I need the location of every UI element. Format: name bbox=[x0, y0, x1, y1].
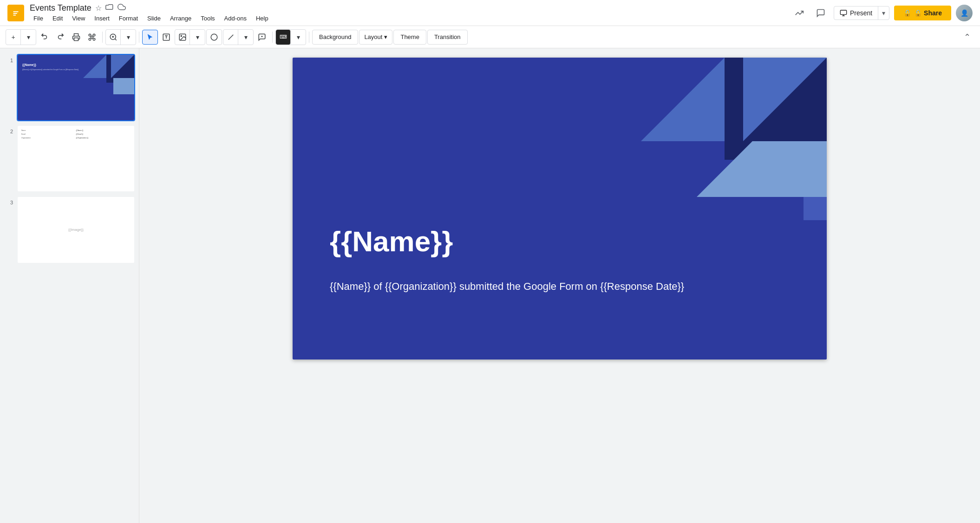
image-group: ▾ bbox=[175, 29, 205, 45]
layout-button[interactable]: Layout ▾ bbox=[359, 30, 392, 45]
slide2-thumb-value-name: {{ Name }} bbox=[76, 130, 131, 131]
slide2-thumb-value-email: {{ Email }} bbox=[76, 133, 131, 135]
svg-point-16 bbox=[181, 35, 182, 36]
divider-4 bbox=[309, 32, 309, 43]
line-dropdown[interactable]: ▾ bbox=[238, 30, 253, 45]
geo-medium-rect bbox=[804, 197, 827, 220]
zoom-button[interactable] bbox=[106, 30, 121, 45]
svg-point-17 bbox=[211, 34, 217, 40]
app-logo bbox=[7, 5, 24, 21]
slide2-thumb-value-org: {{ Organization }} bbox=[76, 137, 131, 139]
add-button-group: + ▾ bbox=[6, 29, 36, 45]
svg-line-18 bbox=[228, 34, 233, 39]
shape-button[interactable] bbox=[207, 30, 222, 45]
image-dropdown[interactable]: ▾ bbox=[190, 30, 205, 45]
slide-canvas[interactable]: {{Name}} {{Name}} of {{Organization}} su… bbox=[293, 58, 827, 360]
star-icon[interactable]: ☆ bbox=[95, 4, 102, 13]
present-dropdown-arrow[interactable]: ▾ bbox=[878, 7, 889, 20]
doc-title-area: Events Template ☆ File Edit View Insert … bbox=[30, 3, 785, 23]
slide-main-title[interactable]: {{Name}} bbox=[330, 225, 453, 258]
zoom-dropdown[interactable]: ▾ bbox=[121, 30, 136, 45]
slides-panel: 1 {{Name}} {{Name}} of {{Organization}} … bbox=[0, 48, 139, 523]
divider-2 bbox=[139, 32, 139, 43]
divider-1 bbox=[102, 32, 103, 43]
add-slide-dropdown[interactable]: ▾ bbox=[21, 30, 36, 45]
slide-main-subtitle[interactable]: {{Name}} of {{Organization}} submitted t… bbox=[330, 281, 684, 293]
toolbar-collapse-button[interactable]: ⌃ bbox=[960, 30, 974, 45]
background-button[interactable]: Background bbox=[312, 30, 358, 45]
menu-file[interactable]: File bbox=[30, 14, 47, 23]
slide-number-2: 2 bbox=[4, 125, 13, 134]
svg-rect-1 bbox=[13, 11, 19, 12]
menu-bar: File Edit View Insert Format Slide Arran… bbox=[30, 14, 785, 23]
menu-help[interactable]: Help bbox=[252, 14, 272, 23]
slide-item-2: 2 Name {{ Name }} Email {{ Email }} Or bbox=[4, 125, 135, 192]
present-main[interactable]: Present bbox=[834, 7, 878, 20]
doc-title[interactable]: Events Template bbox=[30, 3, 91, 13]
slide1-thumb-subtitle: {{Name}} of {{Organization}} submitted t… bbox=[22, 69, 78, 71]
folder-icon[interactable] bbox=[105, 3, 114, 13]
top-bar: Events Template ☆ File Edit View Insert … bbox=[0, 0, 980, 26]
line-group: ▾ bbox=[223, 29, 254, 45]
print-button[interactable] bbox=[69, 30, 84, 45]
svg-rect-2 bbox=[13, 13, 17, 14]
keyboard-group: ⌨ ▾ bbox=[275, 29, 306, 45]
image-button[interactable] bbox=[175, 30, 190, 45]
slide-thumb-3[interactable]: {{Image}} bbox=[17, 196, 135, 263]
undo-button[interactable] bbox=[37, 30, 52, 45]
menu-view[interactable]: View bbox=[68, 14, 89, 23]
format-paint-button[interactable] bbox=[85, 30, 99, 45]
shape-group bbox=[206, 29, 222, 45]
svg-rect-7 bbox=[74, 38, 78, 40]
redo-button[interactable] bbox=[53, 30, 68, 45]
geo-blue-triangle1 bbox=[641, 58, 725, 141]
menu-insert[interactable]: Insert bbox=[91, 14, 113, 23]
slide-thumb-1[interactable]: {{Name}} {{Name}} of {{Organization}} su… bbox=[17, 54, 135, 121]
geo-blue-triangle2 bbox=[743, 58, 827, 141]
toolbar: + ▾ ▾ ▾ bbox=[0, 26, 980, 48]
share-button[interactable]: 🔒🔒 Share bbox=[894, 6, 951, 20]
transition-button[interactable]: Transition bbox=[427, 30, 468, 45]
slide2-thumb-label-email: Email bbox=[21, 133, 76, 135]
cloud-icon[interactable] bbox=[118, 3, 126, 13]
slide-item-1: 1 {{Name}} {{Name}} of {{Organization}} … bbox=[4, 54, 135, 121]
slide-number-1: 1 bbox=[4, 54, 13, 63]
keyboard-button[interactable]: ⌨ bbox=[276, 30, 291, 45]
keyboard-dropdown[interactable]: ▾ bbox=[291, 30, 306, 45]
slide-canvas-area: {{Name}} {{Name}} of {{Organization}} su… bbox=[139, 48, 980, 523]
slide-number-3: 3 bbox=[4, 196, 13, 205]
menu-addons[interactable]: Add-ons bbox=[221, 14, 250, 23]
slide3-thumb-placeholder: {{Image}} bbox=[68, 228, 84, 232]
geo-light-rect bbox=[752, 141, 827, 197]
svg-rect-3 bbox=[13, 14, 16, 15]
main-content: 1 {{Name}} {{Name}} of {{Organization}} … bbox=[0, 48, 980, 523]
geo-light-triangle bbox=[697, 141, 752, 197]
line-button[interactable] bbox=[223, 30, 238, 45]
menu-arrange[interactable]: Arrange bbox=[166, 14, 195, 23]
comment-button[interactable] bbox=[812, 5, 829, 21]
svg-rect-4 bbox=[840, 10, 846, 14]
menu-tools[interactable]: Tools bbox=[197, 14, 218, 23]
text-tool-button[interactable] bbox=[159, 30, 174, 45]
layout-dropdown-icon: ▾ bbox=[384, 33, 387, 40]
slide1-thumb-title: {{Name}} bbox=[22, 63, 36, 66]
select-tool-button[interactable] bbox=[142, 30, 158, 45]
menu-slide[interactable]: Slide bbox=[144, 14, 164, 23]
add-slide-button[interactable]: + bbox=[6, 30, 21, 45]
slide2-thumb-label-org: Organization bbox=[21, 137, 76, 139]
present-button-group[interactable]: Present ▾ bbox=[834, 6, 889, 20]
user-avatar[interactable]: 👤 bbox=[956, 5, 973, 21]
divider-3 bbox=[272, 32, 273, 43]
slide-thumb-2[interactable]: Name {{ Name }} Email {{ Email }} Organi… bbox=[17, 125, 135, 192]
add-comment-button[interactable] bbox=[255, 30, 269, 45]
slide-item-3: 3 {{Image}} bbox=[4, 196, 135, 263]
menu-edit[interactable]: Edit bbox=[49, 14, 66, 23]
zoom-group: ▾ bbox=[105, 29, 136, 45]
svg-line-9 bbox=[115, 39, 116, 40]
slide2-thumb-label-name: Name bbox=[21, 130, 76, 131]
menu-format[interactable]: Format bbox=[115, 14, 142, 23]
top-right-actions: Present ▾ 🔒🔒 Share 👤 bbox=[791, 5, 973, 21]
theme-button[interactable]: Theme bbox=[393, 30, 426, 45]
analytics-button[interactable] bbox=[791, 5, 808, 21]
